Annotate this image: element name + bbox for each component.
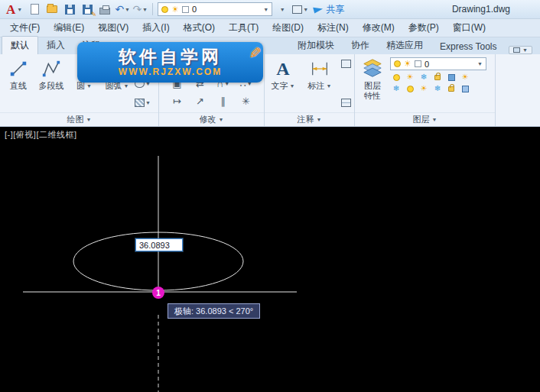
redo-button[interactable]: ↷▼: [132, 2, 148, 17]
open-file-button[interactable]: [44, 2, 60, 17]
leader-tool-button[interactable]: [341, 58, 351, 70]
undo-button[interactable]: ↶▼: [115, 2, 130, 17]
save-as-button[interactable]: ✎: [80, 2, 95, 17]
menu-draw[interactable]: 绘图(D): [265, 19, 311, 37]
menu-tools[interactable]: 工具(T): [222, 19, 265, 37]
layer-lock-button[interactable]: [433, 73, 442, 82]
menu-window[interactable]: 窗口(W): [446, 19, 493, 37]
panel-layers: 图层特性 ☀ 0 ▼ ☀ ❄: [355, 54, 496, 126]
new-file-button[interactable]: [27, 2, 42, 17]
menu-dimension[interactable]: 标注(N): [311, 19, 356, 37]
watermark-title: 软件自学网: [119, 47, 222, 66]
layer-off-button[interactable]: [392, 73, 401, 82]
layer-freeze-button[interactable]: ❄: [419, 73, 428, 82]
dynamic-input-field[interactable]: 36.0893: [135, 238, 183, 251]
menubar: 文件(F) 编辑(E) 视图(V) 插入(I) 格式(O) 工具(T) 绘图(D…: [0, 19, 540, 37]
bulb-icon: [394, 60, 401, 67]
panel-label-draw[interactable]: 绘图 ▼: [0, 112, 158, 126]
drawing-canvas[interactable]: [-][俯视][二维线框] 36.0893 1 极轴: 36.0893 < 27…: [0, 127, 540, 392]
menu-parametric[interactable]: 参数(P): [402, 19, 446, 37]
tab-home[interactable]: 默认: [2, 36, 38, 54]
layer-match-button[interactable]: [460, 84, 470, 93]
workspace-tool-button[interactable]: ▼: [292, 2, 308, 17]
tab-express-tools[interactable]: Express Tools: [431, 39, 505, 54]
polyline-button[interactable]: 多段线: [35, 56, 67, 111]
layer-tools-row-2: ❄ ☀ ❄: [390, 84, 486, 93]
menu-view[interactable]: 视图(V): [91, 19, 135, 37]
layer-thaw-button[interactable]: ☀: [405, 73, 415, 82]
tab-insert[interactable]: 插入: [38, 37, 73, 54]
qat-layer-combo[interactable]: ☀ 0 ▼: [158, 2, 272, 16]
chevron-down-icon: ▼: [432, 117, 438, 122]
ribbon-display-toggle[interactable]: ▼: [509, 46, 532, 54]
line-icon: [8, 57, 29, 80]
explode-icon: ✳: [242, 96, 250, 107]
layer-isolate-button[interactable]: ☀: [460, 73, 470, 82]
panel-label-annotate[interactable]: 注释 ▼: [265, 112, 354, 126]
watermark-banner: 软件自学网 WWW.RJZXW.COM ✎: [77, 42, 263, 83]
layer-color-button[interactable]: [447, 73, 456, 82]
offset-button[interactable]: ∥: [212, 92, 235, 110]
color-block-icon: [448, 74, 455, 81]
lock-icon: [434, 75, 441, 80]
chevron-down-icon: ▼: [86, 83, 92, 89]
scale-button[interactable]: ↗: [189, 92, 212, 110]
layer-unlock-button[interactable]: [447, 84, 456, 93]
dimension-label: 标注: [308, 81, 325, 91]
scale-icon: ↗: [196, 96, 204, 107]
layer-on-button[interactable]: [405, 84, 415, 93]
dimension-button[interactable]: 标注▼: [304, 56, 336, 111]
table-icon: [341, 99, 351, 107]
layer-tools-row-1: ☀ ❄ ☀: [390, 73, 486, 82]
stretch-button[interactable]: ↦: [166, 92, 189, 110]
table-tool-button[interactable]: [341, 97, 351, 109]
layer-freeze-all-button[interactable]: ❄: [392, 84, 401, 93]
layer-thaw-all-button[interactable]: ☀: [419, 84, 428, 93]
annotate-extra-tools: [340, 56, 352, 111]
panel-label-modify[interactable]: 修改 ▼: [159, 112, 264, 126]
line-button[interactable]: 直线: [2, 56, 34, 111]
layer-vp-freeze-button[interactable]: ❄: [433, 84, 442, 93]
chevron-down-icon: ▼: [86, 117, 92, 122]
color-swatch-icon: [182, 6, 189, 13]
chevron-down-icon: ▼: [124, 83, 129, 89]
chevron-down-icon: ▼: [280, 7, 285, 12]
menu-format[interactable]: 格式(O): [177, 19, 222, 37]
menu-file[interactable]: 文件(F): [3, 19, 47, 37]
qat-customize-button[interactable]: ▼: [275, 2, 290, 17]
bulb-icon: [393, 74, 400, 81]
app-menu-button[interactable]: A ▼: [4, 3, 24, 16]
layer-combo[interactable]: ☀ 0 ▼: [390, 57, 486, 70]
menu-edit[interactable]: 编辑(E): [47, 19, 91, 37]
autocad-logo: A: [6, 3, 15, 16]
tab-featured-apps[interactable]: 精选应用: [378, 37, 431, 54]
menu-modify[interactable]: 修改(M): [356, 19, 402, 37]
panel-layers-label: 图层: [413, 114, 430, 125]
layer-properties-icon: [362, 57, 383, 80]
panel-label-layers[interactable]: 图层 ▼: [355, 112, 495, 126]
chevron-down-icon: ▼: [477, 61, 483, 66]
save-button[interactable]: [62, 2, 77, 17]
layer-controls: ☀ 0 ▼ ☀ ❄ ☀ ❄: [389, 56, 488, 111]
plot-button[interactable]: [97, 2, 112, 17]
tab-addins[interactable]: 附加模块: [289, 37, 343, 54]
watermark-url: WWW.RJZXW.COM: [119, 66, 222, 77]
panel-icon: [513, 47, 520, 53]
tab-collaborate[interactable]: 协作: [343, 37, 378, 54]
menu-insert[interactable]: 插入(I): [135, 19, 176, 37]
line-label: 直线: [10, 81, 27, 91]
viewport-controls[interactable]: [-][俯视][二维线框]: [5, 129, 77, 141]
hatch-tool-button[interactable]: ▼: [135, 97, 151, 109]
titlebar: A ▼ ✎ ↶▼ ↷▼ ☀ 0 ▼ ▼ ▼ 共享 Drawing1.dwg: [0, 0, 540, 19]
chevron-down-icon: ▼: [142, 7, 148, 12]
explode-button[interactable]: ✳: [235, 92, 258, 110]
layer-combo-value: 0: [425, 60, 474, 69]
layer-properties-button[interactable]: 图层特性: [357, 56, 388, 111]
sun-icon: ☀: [404, 60, 412, 68]
share-button[interactable]: 共享: [311, 3, 347, 16]
autocad-window: A ▼ ✎ ↶▼ ↷▼ ☀ 0 ▼ ▼ ▼ 共享 Drawing1.dwg 文件…: [0, 0, 540, 392]
text-button[interactable]: A 文字▼: [267, 56, 299, 111]
chevron-down-icon: ▼: [219, 117, 224, 122]
chevron-down-icon: ▼: [522, 47, 528, 53]
ribbon-filler: [496, 54, 540, 126]
